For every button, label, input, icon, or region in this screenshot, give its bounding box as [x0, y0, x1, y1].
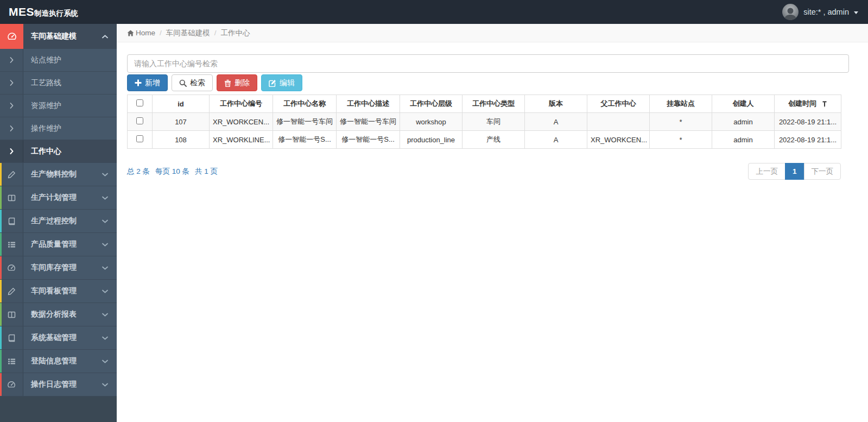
cell-site: * [650, 131, 712, 149]
main-content: Home / 车间基础建模 / 工作中心 新增 检索 删除 [117, 24, 868, 422]
book-icon [0, 326, 23, 349]
breadcrumb-workshop-modeling[interactable]: 车间基础建模 [166, 28, 210, 38]
sidebar-item-production-material-control[interactable]: 生产物料控制 [0, 163, 117, 186]
sidebar-item-resource-maintenance[interactable]: 资源维护 [0, 95, 117, 117]
cell-code: XR_WORKCEN... [210, 113, 273, 131]
cell-id: 107 [153, 113, 210, 131]
col-id[interactable]: id [153, 95, 210, 113]
cell-code: XR_WORKLINE... [210, 131, 273, 149]
table-row: 107 XR_WORKCEN... 修一智能一号车间 修一智能一号车间 work… [128, 113, 841, 131]
breadcrumb-home[interactable]: Home [127, 29, 155, 37]
col-work-center-code[interactable]: 工作中心编号 [210, 95, 273, 113]
cell-creator: admin [712, 113, 775, 131]
sidebar-item-operation-log-management[interactable]: 操作日志管理 [0, 373, 117, 396]
breadcrumb: Home / 车间基础建模 / 工作中心 [117, 24, 868, 42]
chevron-down-icon [102, 313, 108, 317]
breadcrumb-separator: / [160, 29, 162, 37]
cell-desc: 修一智能一号S... [337, 131, 400, 149]
col-version[interactable]: 版本 [525, 95, 587, 113]
book-icon [0, 210, 23, 232]
cell-parent [587, 113, 650, 131]
cell-desc: 修一智能一号车间 [337, 113, 400, 131]
columns-icon [0, 303, 23, 326]
edit-button[interactable]: 编辑 [261, 74, 302, 91]
list-icon [0, 233, 23, 256]
chevron-down-icon [102, 219, 108, 223]
sidebar-item-production-plan-management[interactable]: 生产计划管理 [0, 186, 117, 210]
row-checkbox[interactable] [136, 135, 143, 142]
pagination-bar: 总 2 条 每页 10 条 共 1 页 上一页 1 下一页 [127, 163, 841, 180]
app-logo-sub: 制造执行系统 [34, 9, 78, 18]
col-work-center-level[interactable]: 工作中心层级 [400, 95, 462, 113]
chevron-right-icon [0, 140, 23, 162]
add-button[interactable]: 新增 [127, 74, 168, 91]
cell-type: 车间 [462, 113, 525, 131]
dashboard-icon [0, 256, 23, 279]
pencil-icon [0, 280, 23, 303]
sidebar-item-login-info-management[interactable]: 登陆信息管理 [0, 350, 117, 373]
sidebar-nav: 生产物料控制 生产计划管理 生产过程控制 产品质量管理 车间库存管理 [0, 163, 117, 396]
chevron-right-icon [0, 95, 23, 117]
dashboard-icon [0, 373, 23, 396]
sidebar-item-workshop-inventory-management[interactable]: 车间库存管理 [0, 256, 117, 280]
select-all-cell [128, 95, 153, 113]
cell-id: 108 [153, 131, 210, 149]
chevron-down-icon [102, 196, 108, 200]
sidebar-item-product-quality-management[interactable]: 产品质量管理 [0, 233, 117, 256]
prev-page-button[interactable]: 上一页 [748, 163, 785, 180]
sidebar-item-process-route[interactable]: 工艺路线 [0, 72, 117, 95]
sidebar-item-system-basic-management[interactable]: 系统基础管理 [0, 326, 117, 350]
sidebar-submenu: 站点维护 工艺路线 资源维护 操作维护 工作中心 [0, 49, 117, 163]
cell-name: 修一智能一号车间 [273, 113, 337, 131]
delete-button[interactable]: 删除 [217, 74, 257, 91]
search-button[interactable]: 检索 [172, 74, 213, 91]
col-work-center-name[interactable]: 工作中心名称 [273, 95, 337, 113]
col-create-time[interactable]: 创建时间 [775, 95, 841, 113]
breadcrumb-separator: / [214, 29, 217, 37]
next-page-button[interactable]: 下一页 [804, 163, 841, 180]
pagination-summary: 总 2 条 每页 10 条 共 1 页 [127, 167, 218, 177]
page-1-button[interactable]: 1 [785, 163, 804, 180]
row-checkbox[interactable] [136, 117, 143, 124]
sidebar-group-workshop-modeling[interactable]: 车间基础建模 [0, 24, 117, 49]
chevron-down-icon [102, 289, 108, 293]
col-work-center-type[interactable]: 工作中心类型 [462, 95, 525, 113]
chevron-down-icon [102, 243, 108, 247]
sidebar-item-operation-maintenance[interactable]: 操作维护 [0, 117, 117, 140]
col-attached-site[interactable]: 挂靠站点 [650, 95, 712, 113]
total-count: 总 2 条 [127, 167, 150, 177]
chevron-down-icon [102, 360, 108, 363]
pager: 上一页 1 下一页 [748, 163, 841, 180]
cell-create-time: 2022-08-19 21:1... [775, 131, 841, 149]
dashboard-icon [0, 24, 23, 49]
user-menu[interactable]: site:* , admin [782, 4, 858, 20]
col-creator[interactable]: 创建人 [712, 95, 775, 113]
plus-icon [135, 79, 142, 86]
sidebar-item-data-analysis-report[interactable]: 数据分析报表 [0, 303, 117, 326]
work-center-table: id 工作中心编号 工作中心名称 工作中心描述 工作中心层级 工作中心类型 版本… [127, 95, 841, 149]
select-all-checkbox[interactable] [136, 99, 143, 106]
cell-parent: XR_WORKCEN... [587, 131, 650, 149]
sidebar-item-production-process-control[interactable]: 生产过程控制 [0, 210, 117, 233]
sidebar-item-work-center[interactable]: 工作中心 [0, 140, 117, 163]
chevron-down-icon [102, 336, 108, 340]
chevron-up-icon [102, 35, 108, 39]
chevron-right-icon [0, 117, 23, 140]
sidebar-item-workshop-kanban-management[interactable]: 车间看板管理 [0, 280, 117, 303]
cell-level: workshop [400, 113, 462, 131]
columns-icon [0, 186, 23, 209]
trash-icon [224, 79, 231, 87]
search-input[interactable] [127, 54, 849, 73]
edit-icon [269, 79, 276, 87]
chevron-down-icon [102, 173, 108, 177]
cell-creator: admin [712, 131, 775, 149]
cell-type: 产线 [462, 131, 525, 149]
pin-icon[interactable] [822, 101, 827, 108]
cell-level: production_line [400, 131, 462, 149]
col-work-center-desc[interactable]: 工作中心描述 [337, 95, 400, 113]
chevron-right-icon [0, 72, 23, 94]
table-row: 108 XR_WORKLINE... 修一智能一号S... 修一智能一号S...… [128, 131, 841, 149]
user-label: site:* , admin [803, 8, 849, 16]
col-parent-work-center[interactable]: 父工作中心 [587, 95, 650, 113]
sidebar-item-site-maintenance[interactable]: 站点维护 [0, 49, 117, 72]
